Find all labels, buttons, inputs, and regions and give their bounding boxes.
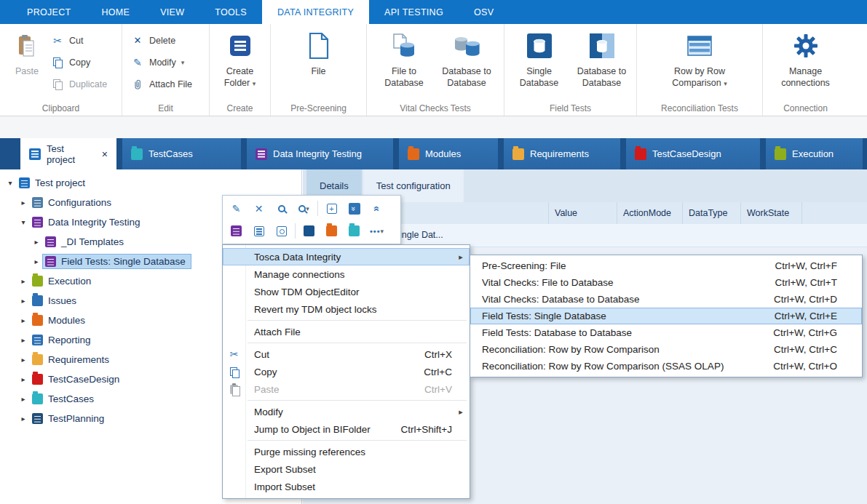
data-integrity-icon — [256, 148, 267, 160]
menu-item-export-subset[interactable]: Export Subset — [223, 460, 470, 478]
manage-connections-button[interactable]: Manage connections — [771, 27, 841, 101]
ribbon-gap — [0, 116, 867, 138]
submenu-item-pre-screening-file[interactable]: Pre-Screening: File Ctrl+W, Ctrl+F — [470, 257, 862, 274]
menu-home[interactable]: HOME — [86, 0, 145, 24]
column-workstate[interactable]: WorkState — [741, 202, 802, 224]
column-datatype[interactable]: DataType — [683, 202, 741, 224]
chevron-down-icon: ▾ — [253, 80, 256, 87]
menu-view[interactable]: VIEW — [145, 0, 199, 24]
di-folder-icon[interactable] — [226, 221, 247, 241]
field-database-to-database-button[interactable]: Database to Database — [571, 27, 633, 101]
submenu-item-field-tests-database-to-database[interactable]: Field Tests: Database to Database Ctrl+W… — [470, 324, 862, 341]
menu-api-testing[interactable]: API TESTING — [369, 0, 459, 24]
delete-button[interactable]: ✕ Delete — [131, 34, 192, 47]
ribbon: Paste ✂ Cut Copy Duplicate — [0, 24, 867, 116]
search-options-icon[interactable]: ▾ — [293, 199, 314, 218]
toolbar-separator — [295, 223, 296, 239]
file-to-database-button[interactable]: File to Database — [373, 27, 435, 101]
row-by-row-icon — [686, 28, 713, 63]
expander-icon[interactable]: ▸ — [17, 415, 29, 423]
menu-item-modify[interactable]: Modify ▸ — [223, 403, 470, 420]
menu-tools[interactable]: TOOLS — [199, 0, 262, 24]
testsheet-icon[interactable] — [248, 221, 269, 241]
data-integrity-icon — [32, 217, 43, 228]
more-icon[interactable]: •••▾ — [366, 221, 387, 241]
database-to-database-icon — [452, 28, 481, 63]
database-to-database-button[interactable]: Database to Database — [435, 27, 498, 101]
tab-testcasedesign[interactable]: TestCaseDesign — [626, 138, 760, 169]
edit-icon[interactable]: ✎ — [226, 199, 247, 218]
menu-item-paste[interactable]: Paste Ctrl+V — [223, 380, 470, 398]
collapse-all-icon[interactable]: » — [344, 199, 365, 218]
ribbon-group-clipboard: Paste ✂ Cut Copy Duplicate — [0, 24, 122, 116]
expand-all-icon[interactable]: « — [366, 199, 387, 218]
expander-icon[interactable]: ▸ — [31, 238, 42, 246]
expander-icon[interactable]: ▸ — [17, 297, 29, 305]
testcases-folder-icon — [32, 393, 43, 404]
column-actionmode[interactable]: ActionMode — [617, 202, 683, 224]
tab-testcases[interactable]: TestCases — [122, 138, 241, 169]
reporting-icon — [32, 335, 43, 345]
file-button[interactable]: File — [288, 27, 350, 101]
submenu-item-reconciliation-row-by-row-ssas-olap[interactable]: Reconciliation: Row by Row Comparison (S… — [470, 358, 862, 375]
testcases-folder-icon[interactable] — [344, 221, 365, 241]
testcases-folder-icon — [131, 148, 143, 160]
context-mini-toolbar: ✎ ✕ ▾ + » « •••▾ — [222, 195, 401, 244]
expander-icon[interactable]: ▸ — [17, 316, 29, 324]
module-icon[interactable] — [298, 221, 320, 241]
submenu-item-vital-checks-database-to-database[interactable]: Vital Checks: Database to Database Ctrl+… — [470, 291, 862, 308]
menu-item-tosca-data-integrity[interactable]: Tosca Data Integrity ▸ — [223, 248, 470, 265]
tab-modules[interactable]: Modules — [399, 138, 498, 169]
tab-data-integrity-testing[interactable]: Data Integrity Testing — [247, 138, 393, 169]
menu-item-manage-connections[interactable]: Manage connections — [223, 265, 470, 283]
menu-item-purge-missing-references[interactable]: Purge missing references — [223, 443, 470, 460]
cut-button[interactable]: ✂ Cut — [51, 34, 107, 47]
menu-item-copy[interactable]: Copy Ctrl+C — [223, 363, 470, 380]
expander-icon[interactable]: ▾ — [4, 179, 16, 187]
paste-icon — [15, 28, 39, 63]
expander-icon[interactable]: ▸ — [17, 199, 29, 207]
row-by-row-comparison-button[interactable]: Row by Row Comparison ▾ — [657, 27, 742, 101]
tosca-data-integrity-submenu: Pre-Screening: File Ctrl+W, Ctrl+F Vital… — [470, 255, 863, 377]
submenu-item-field-tests-single-database[interactable]: Field Tests: Single Database Ctrl+W, Ctr… — [470, 308, 862, 324]
menu-item-show-tdm-objecteditor[interactable]: Show TDM ObjectEditor — [223, 283, 470, 300]
search-object-icon[interactable] — [271, 221, 292, 241]
create-folder-button[interactable]: Create Folder ▾ — [214, 27, 266, 101]
modules-folder-icon[interactable] — [321, 221, 342, 241]
delete-icon[interactable]: ✕ — [248, 199, 269, 218]
expander-icon[interactable]: ▸ — [17, 356, 29, 364]
select-items-icon[interactable]: + — [321, 199, 342, 218]
expander-icon[interactable]: ▾ — [17, 218, 29, 226]
tree-item-test-project[interactable]: ▾ Test project — [0, 173, 301, 193]
menu-osv[interactable]: OSV — [459, 0, 509, 24]
copy-button[interactable]: Copy — [51, 56, 107, 68]
tab-requirements[interactable]: Requirements — [504, 138, 620, 169]
field-tests-icon — [45, 256, 56, 267]
modify-button[interactable]: ✎ Modify ▾ — [131, 56, 192, 68]
chevron-down-icon: ▾ — [181, 59, 185, 66]
expander-icon[interactable]: ▸ — [31, 257, 42, 265]
expander-icon[interactable]: ▸ — [17, 395, 29, 403]
duplicate-button[interactable]: Duplicate — [51, 78, 107, 90]
configurations-icon — [32, 197, 43, 208]
menu-item-attach-file[interactable]: Attach File — [223, 323, 470, 340]
menu-item-jump-to-object-in-bifolder[interactable]: Jump to Object in BIFolder Ctrl+Shift+J — [223, 420, 470, 438]
menu-data-integrity[interactable]: DATA INTEGRITY — [262, 0, 369, 24]
tab-test-project[interactable]: Test project × — [20, 138, 116, 169]
close-icon[interactable]: × — [98, 148, 108, 160]
expander-icon[interactable]: ▸ — [17, 336, 29, 344]
submenu-item-vital-checks-file-to-database[interactable]: Vital Checks: File to Database Ctrl+W, C… — [470, 274, 862, 291]
expander-icon[interactable]: ▸ — [17, 277, 29, 285]
tab-execution[interactable]: Execution — [766, 138, 863, 169]
menu-project[interactable]: PROJECT — [12, 0, 86, 24]
column-value[interactable]: Value — [549, 202, 617, 224]
attach-file-button[interactable]: Attach File — [131, 78, 192, 90]
submenu-item-reconciliation-row-by-row[interactable]: Reconciliation: Row by Row Comparison Ct… — [470, 341, 862, 358]
menu-item-cut[interactable]: ✂ Cut Ctrl+X — [223, 345, 470, 363]
search-icon[interactable] — [271, 199, 292, 218]
menu-item-import-subset[interactable]: Import Subset — [223, 478, 470, 495]
menu-item-revert-tdm-object-locks[interactable]: Revert my TDM object locks — [223, 300, 470, 318]
expander-icon[interactable]: ▸ — [17, 375, 29, 383]
paste-button[interactable]: Paste — [6, 27, 48, 101]
single-database-button[interactable]: Single Database — [508, 27, 571, 101]
